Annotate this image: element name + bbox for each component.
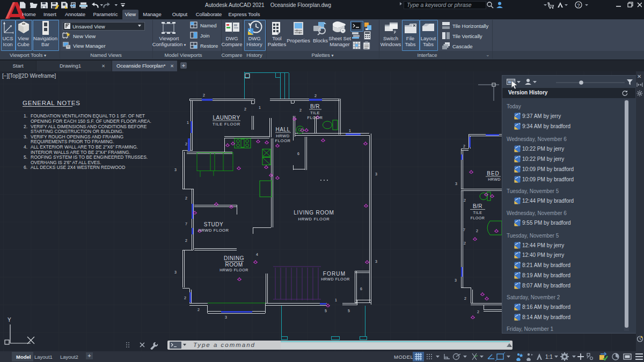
svg-text:5: 5 bbox=[348, 309, 350, 313]
svg-text:2: 2 bbox=[203, 93, 205, 97]
svg-text:VERIFY ALL DIMENSIONS AND COND: VERIFY ALL DIMENSIONS AND CONDITIONS BEF… bbox=[31, 124, 147, 129]
svg-text:Y: Y bbox=[8, 317, 11, 323]
svg-text:5: 5 bbox=[325, 309, 327, 313]
svg-text:4: 4 bbox=[256, 253, 258, 256]
svg-text:ROOM: ROOM bbox=[225, 262, 243, 268]
svg-text:OPENING FOR EACH 150 S.F. OF U: OPENING FOR EACH 150 S.F. OF UNDER FLOOR… bbox=[31, 119, 151, 124]
svg-text:2: 2 bbox=[464, 297, 466, 300]
svg-text:HRWD FLOOR: HRWD FLOOR bbox=[321, 277, 350, 281]
svg-text:FLOOR: FLOOR bbox=[275, 138, 291, 143]
svg-text:VERIFY ROUGH OPENINGS AND FRAM: VERIFY ROUGH OPENINGS AND FRAMING bbox=[31, 134, 123, 139]
svg-text:7: 7 bbox=[185, 222, 187, 226]
svg-text:REQUIREMENTS PRIOR TO FRAMING.: REQUIREMENTS PRIOR TO FRAMING. bbox=[31, 139, 114, 144]
svg-text:HALL: HALL bbox=[275, 127, 290, 132]
svg-text:2: 2 bbox=[197, 308, 200, 312]
svg-text:FORUM: FORUM bbox=[323, 271, 346, 277]
svg-text:6: 6 bbox=[360, 287, 362, 291]
svg-text:2: 2 bbox=[244, 107, 246, 111]
svg-text:?: ? bbox=[577, 3, 580, 8]
svg-text:DINING: DINING bbox=[224, 255, 244, 261]
svg-text:2: 2 bbox=[299, 108, 302, 112]
svg-text:B/R: B/R bbox=[310, 104, 320, 109]
svg-text:HRWD: HRWD bbox=[488, 178, 501, 181]
svg-text:HRWD FLOOR: HRWD FLOOR bbox=[219, 268, 248, 272]
svg-text:3: 3 bbox=[375, 260, 377, 263]
svg-text:ALL EXTERIOR WALL ARE TO BE 2": ALL EXTERIOR WALL ARE TO BE 2"X6" FRAMIN… bbox=[31, 144, 138, 150]
svg-text:LIVING ROOM: LIVING ROOM bbox=[294, 210, 334, 216]
svg-text:B/R: B/R bbox=[473, 203, 482, 209]
svg-text:1: 1 bbox=[187, 121, 189, 124]
svg-text:HRWD: HRWD bbox=[276, 134, 290, 138]
svg-text:4.: 4. bbox=[24, 144, 27, 150]
svg-text:TILE: TILE bbox=[310, 110, 320, 115]
svg-text:1: 1 bbox=[259, 106, 261, 109]
svg-text:6.: 6. bbox=[24, 165, 27, 170]
svg-text:7: 7 bbox=[463, 228, 465, 232]
svg-text:1: 1 bbox=[349, 129, 351, 132]
svg-text:2: 2 bbox=[314, 94, 317, 98]
svg-text:3: 3 bbox=[225, 315, 227, 319]
svg-text:2: 2 bbox=[476, 229, 478, 233]
svg-text:GENERAL NOTES: GENERAL NOTES bbox=[23, 100, 80, 106]
svg-text:FLOOR: FLOOR bbox=[471, 216, 485, 220]
svg-text:2: 2 bbox=[185, 239, 187, 242]
svg-text:2: 2 bbox=[463, 144, 465, 148]
svg-text:3: 3 bbox=[455, 278, 457, 282]
svg-text:HRWD FLOOR: HRWD FLOOR bbox=[198, 228, 229, 233]
svg-text:ROOFING SYSTEM IS TO BE ENGINE: ROOFING SYSTEM IS TO BE ENGINEERED TRUSS… bbox=[31, 154, 148, 160]
svg-text:INTERIOR WALLS ARE TO BE 2"X4": INTERIOR WALLS ARE TO BE 2"X4" FRAMING. bbox=[31, 150, 130, 155]
svg-text:TILE FLOOR: TILE FLOOR bbox=[213, 122, 240, 127]
svg-text:2: 2 bbox=[464, 241, 466, 245]
svg-text:2: 2 bbox=[185, 196, 187, 200]
svg-text:1.: 1. bbox=[24, 113, 27, 119]
svg-text:BED: BED bbox=[487, 171, 500, 176]
svg-text:2: 2 bbox=[477, 310, 479, 314]
svg-text:ALL DECKS USE 2X4 WESTERN REDW: ALL DECKS USE 2X4 WESTERN REDWOOD bbox=[31, 165, 125, 170]
svg-text:2: 2 bbox=[464, 198, 466, 202]
svg-text:3: 3 bbox=[375, 172, 377, 176]
svg-text:6: 6 bbox=[297, 152, 299, 156]
svg-text:1:1: 1:1 bbox=[545, 354, 553, 360]
svg-text:HRWD FLOOR: HRWD FLOOR bbox=[298, 217, 330, 221]
svg-text:3: 3 bbox=[174, 270, 177, 274]
svg-text:TILE: TILE bbox=[473, 211, 482, 215]
svg-text:2: 2 bbox=[184, 296, 186, 300]
svg-text:FLOOR: FLOOR bbox=[308, 115, 323, 120]
svg-text:3: 3 bbox=[174, 168, 177, 172]
svg-text:5.: 5. bbox=[24, 154, 27, 160]
svg-text:OVERHANG IS 2'6" AT ALL EVES.: OVERHANG IS 2'6" AT ALL EVES. bbox=[31, 160, 101, 165]
svg-text:STUDY: STUDY bbox=[204, 221, 223, 227]
svg-text:FOUNDATION VENTILATION EQUAL T: FOUNDATION VENTILATION EQUAL TO 1 SF. OF… bbox=[31, 113, 145, 119]
svg-text:LAUNDRY: LAUNDRY bbox=[213, 115, 240, 121]
svg-text:1: 1 bbox=[335, 298, 337, 302]
svg-text:3.: 3. bbox=[24, 134, 27, 139]
svg-text:3: 3 bbox=[455, 182, 457, 186]
svg-text:2.: 2. bbox=[24, 124, 27, 129]
svg-text:STARTING CONSTRUCTION OR BUILD: STARTING CONSTRUCTION OR BUILDING. bbox=[31, 129, 123, 134]
svg-text:2: 2 bbox=[185, 142, 187, 146]
